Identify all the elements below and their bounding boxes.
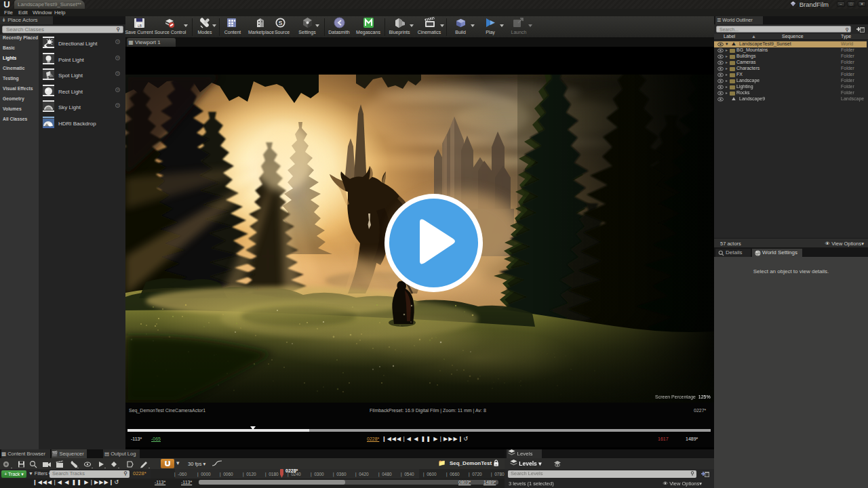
svg-text:LB: LB [138, 24, 142, 28]
svg-text:S: S [279, 20, 283, 26]
